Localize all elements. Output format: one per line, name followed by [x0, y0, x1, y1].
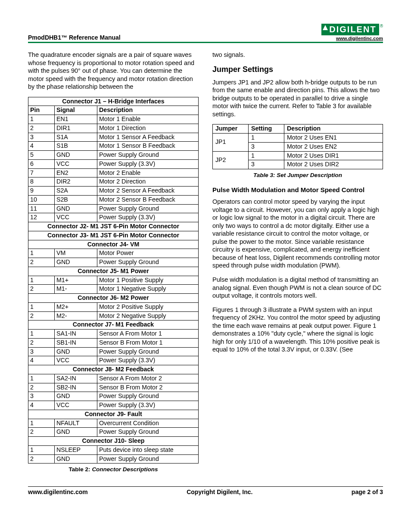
table2-caption-text: Connector Descriptions	[92, 466, 158, 473]
desc-cell: Overcurrent Condition	[97, 419, 199, 428]
table-row: 1M2+Motor 2 Positive Supply	[28, 302, 199, 311]
signal-cell: SA1-IN	[55, 330, 97, 339]
desc-cell: Power Supply Ground	[97, 392, 199, 401]
desc-cell: Power Supply Ground	[97, 347, 199, 356]
page-header: PmodDHB1™ Reference Manual DIGILENT ® ww…	[28, 24, 383, 43]
hdr-signal: Signal	[55, 106, 97, 115]
signal-cell: SA2-IN	[55, 374, 97, 383]
desc-cell: Motor 1 Enable	[97, 115, 199, 124]
signal-cell: EN2	[55, 168, 97, 177]
digilent-logo: DIGILENT	[321, 24, 379, 35]
desc-cell: Motor 1 Sensor A Feedback	[97, 133, 199, 142]
table-row: 2GNDPower Supply Ground	[28, 454, 199, 464]
pwm-p2: Pulse width modulation is a digital meth…	[212, 276, 383, 300]
table-row: 4VCCPower Supply (3.3V)	[28, 356, 199, 365]
desc-cell: Motor 2 Negative Supply	[97, 311, 199, 320]
signal-cell: M1+	[55, 276, 97, 285]
pin-cell: 12	[28, 213, 55, 222]
table-row: 2DIR1Motor 1 Direction	[28, 124, 199, 133]
table-row: 6VCCPower Supply (3.3V)	[28, 159, 199, 168]
signal-cell: SB1-IN	[55, 338, 97, 347]
table-row: 1M1+Motor 1 Positive Supply	[28, 276, 199, 285]
table-row: 1SA2-INSensor A From Motor 2	[28, 374, 199, 383]
desc-cell: Motor 2 Sensor B Feedback	[97, 195, 199, 204]
signal-cell: S2A	[55, 187, 97, 196]
pin-cell: 4	[28, 356, 55, 365]
desc-cell: Motor 1 Negative Supply	[97, 285, 199, 294]
logo-triangle-icon	[323, 25, 328, 30]
pin-cell: 11	[28, 204, 55, 213]
jumper-paragraph: Jumpers JP1 and JP2 allow both h-bridge …	[212, 78, 383, 118]
table-row: 8DIR2Motor 2 Direction	[28, 177, 199, 187]
desc-cell: Power Supply Ground	[97, 204, 199, 213]
pin-cell: 1	[28, 330, 55, 339]
j9-title: Connector J9- Fault	[28, 410, 199, 419]
j5-title: Connector J5- M1 Power	[28, 267, 199, 276]
left-column: The quadrature encoder signals are a pai…	[28, 51, 199, 479]
footer-page: page 2 of 3	[352, 488, 383, 495]
setting-cell: 3	[249, 142, 284, 151]
signal-cell: GND	[55, 347, 97, 356]
desc-cell: Sensor A From Motor 2	[97, 374, 199, 383]
pwm-heading: Pulse Width Modulation and Motor Speed C…	[212, 186, 383, 193]
desc-cell: Power Supply Ground	[97, 454, 199, 464]
signal-cell: VCC	[55, 356, 97, 365]
pin-cell: 1	[28, 419, 55, 428]
desc-cell: Power Supply (3.3V)	[97, 401, 199, 410]
cont-paragraph: two signals.	[212, 51, 383, 59]
j2-title: Connector J2- M1 JST 6-Pin Motor Connect…	[28, 222, 199, 231]
desc-cell: Motor 1 Positive Supply	[97, 276, 199, 285]
desc-cell: Puts device into sleep state	[97, 445, 199, 454]
pin-cell: 3	[28, 133, 55, 142]
desc-cell: Motor 2 Enable	[97, 168, 199, 177]
pin-cell: 1	[28, 445, 55, 454]
signal-cell: SB2-IN	[55, 383, 97, 392]
desc-cell: Motor 1 Sensor B Feedback	[97, 142, 199, 151]
jhdr-jumper: Jumper	[213, 124, 249, 134]
table-row: 7EN2Motor 2 Enable	[28, 168, 199, 177]
table-row: 1EN1Motor 1 Enable	[28, 115, 199, 124]
jumper-cell: JP1	[213, 134, 249, 152]
table-row: 9S2AMotor 2 Sensor A Feedback	[28, 187, 199, 196]
header-url: www.digilentinc.com	[321, 36, 383, 41]
table-row: 10S2BMotor 2 Sensor B Feedback	[28, 195, 199, 204]
signal-cell: S1B	[55, 142, 97, 151]
desc-cell: Sensor B From Motor 1	[97, 338, 199, 347]
signal-cell: VM	[55, 249, 97, 258]
table3-caption-text: Table 3: Set Jumper Description	[253, 172, 342, 178]
pin-cell: 2	[28, 383, 55, 392]
pin-cell: 3	[28, 392, 55, 401]
jhdr-desc: Description	[284, 124, 383, 134]
pin-cell: 2	[28, 338, 55, 347]
page-footer: www.digilentinc.com Copyright Digilent, …	[28, 486, 383, 495]
table-row: 1NSLEEPPuts device into sleep state	[28, 445, 199, 454]
intro-paragraph: The quadrature encoder signals are a pai…	[28, 51, 199, 91]
desc-cell: Power Supply (3.3V)	[97, 356, 199, 365]
table2-caption-label: Table 2:	[69, 466, 90, 473]
desc-cell: Motor 2 Uses DIR1	[284, 151, 383, 160]
signal-cell: GND	[55, 454, 97, 464]
desc-cell: Motor 2 Uses EN1	[284, 134, 383, 143]
pin-cell: 2	[28, 454, 55, 464]
pin-cell: 2	[28, 311, 55, 320]
signal-cell: S2B	[55, 195, 97, 204]
table-row: 4VCCPower Supply (3.3V)	[28, 401, 199, 410]
j1-title: Connector J1 – H-Bridge Interfaces	[28, 97, 199, 106]
pin-cell: 4	[28, 142, 55, 151]
table-row: 2SB2-INSensor B From Motor 2	[28, 383, 199, 392]
pin-cell: 1	[28, 276, 55, 285]
jumper-table: Jumper Setting Description JP1 1 Motor 2…	[212, 124, 383, 169]
signal-cell: DIR1	[55, 124, 97, 133]
desc-cell: Motor Power	[97, 249, 199, 258]
pin-cell: 2	[28, 285, 55, 294]
desc-cell: Motor 2 Sensor A Feedback	[97, 187, 199, 196]
right-column: two signals. Jumper Settings Jumpers JP1…	[212, 51, 383, 479]
signal-cell: M2-	[55, 311, 97, 320]
signal-cell: GND	[55, 392, 97, 401]
header-title: PmodDHB1™ Reference Manual	[28, 34, 121, 41]
registered-icon: ®	[380, 24, 383, 28]
pin-cell: 1	[28, 374, 55, 383]
desc-cell: Power Supply Ground	[97, 428, 199, 437]
table-row: 11GNDPower Supply Ground	[28, 204, 199, 213]
signal-cell: VCC	[55, 213, 97, 222]
